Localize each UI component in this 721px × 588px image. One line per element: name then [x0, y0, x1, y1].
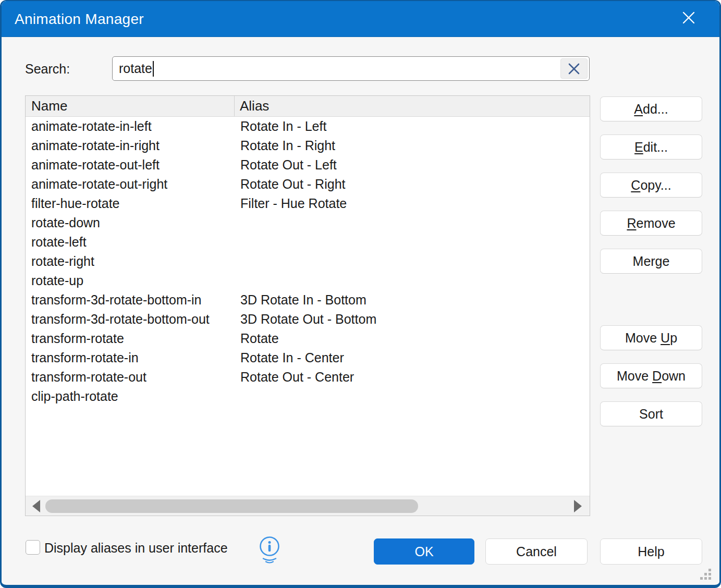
- animation-manager-dialog: Animation Manager Search: rotate Name Al…: [0, 0, 721, 588]
- scrollbar-thumb[interactable]: [45, 499, 418, 513]
- table-row[interactable]: animate-rotate-in-leftRotate In - Left: [26, 117, 590, 136]
- name-cell: filter-hue-rotate: [26, 194, 235, 213]
- table-body: animate-rotate-in-leftRotate In - Leftan…: [26, 117, 590, 496]
- sort-button[interactable]: Sort: [600, 401, 702, 426]
- name-cell: animate-rotate-out-right: [26, 175, 235, 194]
- close-icon[interactable]: [679, 8, 699, 28]
- alias-cell: [235, 387, 590, 406]
- name-cell: transform-rotate-out: [26, 368, 235, 387]
- name-cell: rotate-left: [26, 232, 235, 252]
- alias-cell: Rotate: [235, 329, 590, 348]
- move-down-button[interactable]: Move Down: [600, 363, 702, 388]
- info-glyph: [257, 535, 282, 565]
- table-row[interactable]: rotate-up: [26, 271, 590, 290]
- name-cell: transform-3d-rotate-bottom-out: [26, 310, 235, 329]
- table-row[interactable]: transform-3d-rotate-bottom-out3D Rotate …: [26, 310, 590, 329]
- alias-cell: 3D Rotate Out - Bottom: [235, 310, 590, 329]
- name-cell: rotate-down: [26, 213, 235, 232]
- alias-cell: [235, 252, 590, 271]
- remove-button[interactable]: Remove: [600, 211, 702, 236]
- table-row[interactable]: animate-rotate-in-rightRotate In - Right: [26, 136, 590, 155]
- add-button[interactable]: Add...: [600, 96, 702, 121]
- alias-cell: 3D Rotate In - Bottom: [235, 290, 590, 310]
- action-buttons: Add...Edit...Copy...RemoveMerge: [600, 96, 702, 274]
- alias-cell: Rotate In - Center: [235, 348, 590, 368]
- alias-cell: Filter - Hue Rotate: [235, 194, 590, 213]
- clear-x-glyph: [567, 62, 581, 76]
- arrow-right-icon[interactable]: [574, 500, 582, 512]
- table-row[interactable]: transform-3d-rotate-bottom-in3D Rotate I…: [26, 290, 590, 310]
- search-clear-icon[interactable]: [560, 58, 588, 79]
- info-tip-icon[interactable]: [257, 535, 282, 567]
- search-value: rotate: [113, 61, 152, 76]
- order-buttons: Move UpMove DownSort: [600, 325, 702, 426]
- name-cell: transform-rotate-in: [26, 348, 235, 368]
- search-label: Search:: [25, 62, 70, 77]
- edit-button[interactable]: Edit...: [600, 134, 702, 160]
- table-row[interactable]: clip-path-rotate: [26, 387, 590, 406]
- close-x-glyph: [681, 10, 696, 25]
- table-row[interactable]: animate-rotate-out-leftRotate Out - Left: [26, 155, 590, 175]
- alias-cell: Rotate Out - Left: [235, 155, 590, 175]
- alias-cell: [235, 232, 590, 252]
- table-row[interactable]: transform-rotateRotate: [26, 329, 590, 348]
- alias-cell: Rotate In - Right: [235, 136, 590, 155]
- cancel-button[interactable]: Cancel: [485, 538, 588, 565]
- title-bar[interactable]: Animation Manager: [2, 1, 719, 37]
- arrow-left-icon[interactable]: [32, 500, 40, 512]
- copy-button[interactable]: Copy...: [600, 173, 702, 198]
- table-row[interactable]: animate-rotate-out-rightRotate Out - Rig…: [26, 175, 590, 194]
- table-row[interactable]: rotate-right: [26, 252, 590, 271]
- ok-button[interactable]: OK: [374, 538, 474, 565]
- move-up-button[interactable]: Move Up: [600, 325, 702, 350]
- table-row[interactable]: rotate-down: [26, 213, 590, 232]
- name-cell: rotate-right: [26, 252, 235, 271]
- alias-cell: Rotate Out - Right: [235, 175, 590, 194]
- merge-button[interactable]: Merge: [600, 249, 702, 274]
- table-row[interactable]: filter-hue-rotateFilter - Hue Rotate: [26, 194, 590, 213]
- name-cell: rotate-up: [26, 271, 235, 290]
- column-header-name[interactable]: Name: [26, 96, 235, 116]
- table-row[interactable]: rotate-left: [26, 232, 590, 252]
- name-cell: transform-3d-rotate-bottom-in: [26, 290, 235, 310]
- column-header-alias[interactable]: Alias: [235, 96, 590, 116]
- alias-cell: Rotate In - Left: [235, 117, 590, 136]
- name-cell: transform-rotate: [26, 329, 235, 348]
- alias-cell: Rotate Out - Center: [235, 368, 590, 387]
- list-header: Name Alias: [26, 96, 590, 117]
- table-row[interactable]: transform-rotate-outRotate Out - Center: [26, 368, 590, 387]
- search-input[interactable]: rotate: [112, 56, 590, 81]
- display-aliases-label[interactable]: Display aliases in user interface: [44, 541, 228, 555]
- help-button[interactable]: Help: [600, 538, 702, 565]
- text-caret: [153, 61, 154, 77]
- horizontal-scrollbar[interactable]: [26, 496, 590, 516]
- animation-list: Name Alias animate-rotate-in-leftRotate …: [25, 95, 590, 516]
- resize-grip[interactable]: [700, 569, 711, 580]
- name-cell: animate-rotate-in-left: [26, 117, 235, 136]
- name-cell: animate-rotate-in-right: [26, 136, 235, 155]
- name-cell: clip-path-rotate: [26, 387, 235, 406]
- alias-cell: [235, 271, 590, 290]
- window-title: Animation Manager: [15, 11, 144, 28]
- display-aliases-checkbox[interactable]: [26, 540, 40, 555]
- alias-cell: [235, 213, 590, 232]
- name-cell: animate-rotate-out-left: [26, 155, 235, 175]
- table-row[interactable]: transform-rotate-inRotate In - Center: [26, 348, 590, 368]
